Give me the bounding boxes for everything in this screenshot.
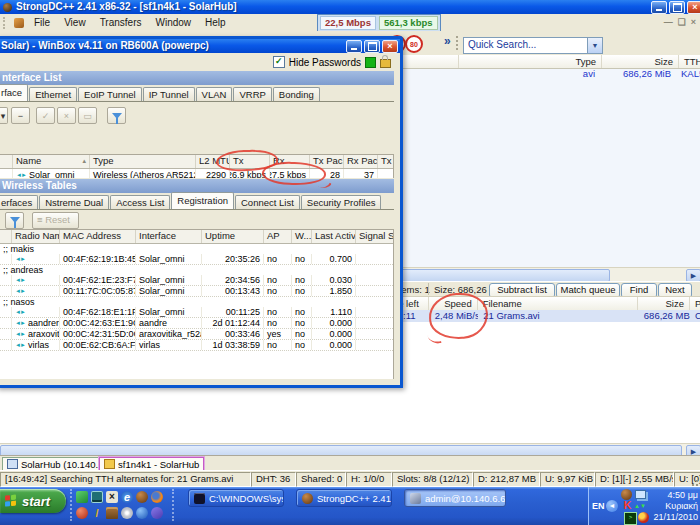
- speed-limit-80-icon[interactable]: 80: [405, 35, 423, 53]
- upload-speed-badge[interactable]: 561,3 kbps: [379, 16, 438, 30]
- search-grip[interactable]: [456, 36, 462, 50]
- tab-nstreme-dual[interactable]: Nstreme Dual: [39, 195, 109, 209]
- tab-access-list[interactable]: Access List: [110, 195, 170, 209]
- group-row-makis[interactable]: ;; makis: [0, 244, 393, 254]
- table-row[interactable]: ◄►virlas00:0E:62:CB:6A:F6virlas1d 03:38:…: [0, 340, 393, 351]
- minimize-button[interactable]: [651, 1, 667, 14]
- table-row[interactable]: ◄►Solar_omniWireless (Atheros AR5212)229…: [0, 169, 393, 178]
- quick-search-input[interactable]: Quick Search...: [464, 38, 587, 53]
- traffic-arrows-tray-icon[interactable]: ▲▼: [634, 501, 645, 512]
- comment-button[interactable]: ▭: [78, 107, 97, 124]
- tab-erfaces[interactable]: erfaces: [0, 195, 38, 209]
- close-button[interactable]: ×: [687, 1, 700, 14]
- tab-vlan[interactable]: VLAN: [196, 87, 233, 101]
- mdi-minimize-icon[interactable]: —: [664, 17, 673, 27]
- col-radio-name[interactable]: Radio Name▴: [12, 230, 60, 243]
- chevron-down-icon[interactable]: ▼: [587, 38, 602, 53]
- col-tx-pac[interactable]: Tx Pac...: [310, 155, 344, 168]
- tab-connect-list[interactable]: Connect List: [235, 195, 300, 209]
- reset-button[interactable]: ≡ Reset: [32, 212, 79, 229]
- col-name[interactable]: Name▴: [13, 155, 90, 168]
- col-interface[interactable]: Interface: [136, 230, 202, 243]
- col-uptime[interactable]: Uptime: [202, 230, 264, 243]
- col-rx-pac[interactable]: Rx Pac...: [344, 155, 378, 168]
- menu-transfers[interactable]: Transfers: [93, 16, 149, 29]
- hub-window-icon[interactable]: [14, 18, 24, 28]
- table-row[interactable]: ◄►00:4F:62:19:1B:45Solar_omni20:35:26non…: [0, 254, 393, 265]
- transfers-col-filename[interactable]: Filename: [478, 297, 638, 310]
- hub-tab-solarhub-ip[interactable]: SolarHub (10.140...: [2, 457, 108, 471]
- console-tray-icon[interactable]: >: [624, 512, 637, 525]
- col-signal-st[interactable]: Signal St: [356, 230, 393, 243]
- tab-eoip-tunnel[interactable]: EoIP Tunnel: [78, 87, 142, 101]
- col-last-activit[interactable]: Last Activit...: [312, 230, 356, 243]
- resize-grip[interactable]: [689, 477, 699, 487]
- tab-security-profiles[interactable]: Security Profiles: [301, 195, 382, 209]
- transfers-col-size[interactable]: Size: [638, 297, 690, 310]
- start-button[interactable]: start: [0, 489, 66, 513]
- messenger-icon[interactable]: [151, 507, 163, 519]
- interface-list-title[interactable]: nterface List: [0, 71, 394, 85]
- dcpp-alt-icon[interactable]: [76, 507, 88, 519]
- tray-collapse-icon[interactable]: ◄: [606, 500, 618, 512]
- menu-window[interactable]: Window: [149, 16, 199, 29]
- hub-tab-solarhub-active[interactable]: sf1n4k1 - SolarHub: [99, 457, 204, 471]
- filter-button[interactable]: [5, 212, 24, 229]
- col-l2-mtu[interactable]: L2 MTU: [196, 155, 230, 168]
- col-type[interactable]: Type: [90, 155, 196, 168]
- task-button-admin-10-140-6-65[interactable]: admin@10.140.6.65 ...: [404, 489, 506, 507]
- task-button-c-windows-syste[interactable]: C:\WINDOWS\syste...: [188, 489, 284, 507]
- table-row[interactable]: ◄►00:11:7C:0C:05:87Solar_omni00:13:43non…: [0, 286, 393, 297]
- toolbar-grip[interactable]: [3, 17, 8, 29]
- paint-pen-icon[interactable]: /: [91, 507, 103, 519]
- winbox-maximize-button[interactable]: [364, 40, 380, 53]
- tab-registration[interactable]: Registration: [171, 192, 234, 209]
- remove-button[interactable]: −: [11, 107, 30, 124]
- download-speed-badge[interactable]: 22,5 Mbps: [320, 16, 376, 30]
- results-col-tth[interactable]: TTH Root: [679, 55, 700, 68]
- dcpp-icon[interactable]: [136, 491, 148, 503]
- skype-icon[interactable]: [136, 507, 148, 519]
- update-tray-icon[interactable]: [638, 512, 649, 523]
- col-w[interactable]: W...: [292, 230, 312, 243]
- shutdown-icon[interactable]: ×: [106, 491, 118, 503]
- toolbar-overflow-chevron[interactable]: »: [444, 34, 451, 48]
- wireless-tables-title[interactable]: Wireless Tables: [0, 179, 394, 193]
- col-edge[interactable]: [0, 230, 12, 243]
- group-row-nasos[interactable]: ;; nasos: [0, 297, 393, 307]
- transfers-col-speed[interactable]: Speed: [429, 297, 478, 310]
- firefox-icon[interactable]: [151, 491, 163, 503]
- enable-button[interactable]: ✓: [36, 107, 55, 124]
- winbox-close-button[interactable]: ×: [382, 40, 398, 53]
- antivirus-tray-icon[interactable]: K: [622, 500, 633, 511]
- add-dropdown-button[interactable]: ▾: [0, 107, 8, 124]
- cd-disc-icon[interactable]: [121, 507, 133, 519]
- restore-button[interactable]: [669, 1, 685, 14]
- tab-bonding[interactable]: Bonding: [273, 87, 320, 101]
- menu-help[interactable]: Help: [198, 16, 233, 29]
- col-tx[interactable]: Tx: [378, 155, 393, 168]
- quick-search-combo[interactable]: Quick Search... ▼: [463, 37, 603, 54]
- col-mac-address[interactable]: MAC Address: [60, 230, 136, 243]
- winbox-titlebar[interactable]: Solar) - WinBox v4.11 on RB600A (powerpc…: [0, 39, 400, 53]
- lan-connection-tray-icon[interactable]: [635, 490, 646, 499]
- briefcase-icon[interactable]: [106, 507, 118, 519]
- menu-view[interactable]: View: [57, 16, 93, 29]
- winbox-minimize-button[interactable]: [346, 40, 362, 53]
- hide-passwords-checkbox[interactable]: ✓: [273, 56, 285, 68]
- media-player-icon[interactable]: [76, 491, 88, 503]
- table-row[interactable]: ◄►aandrenet00:0C:42:63:E1:9Caandre2d 01:…: [0, 318, 393, 329]
- tab-ethernet[interactable]: Ethernet: [29, 87, 77, 101]
- col-ap[interactable]: AP: [264, 230, 292, 243]
- results-col-type[interactable]: Type: [459, 55, 602, 68]
- language-indicator[interactable]: EN: [592, 501, 605, 511]
- remote-desktop-icon[interactable]: [91, 491, 103, 503]
- menu-file[interactable]: File: [27, 16, 57, 29]
- table-row[interactable]: ◄►araxovitika00:0C:42:31:5D:0Caraxovitik…: [0, 329, 393, 340]
- internet-explorer-icon[interactable]: e: [121, 491, 133, 503]
- col-edge[interactable]: [0, 155, 13, 168]
- filter-button[interactable]: [107, 107, 126, 124]
- group-row-andreas[interactable]: ;; andreas: [0, 265, 393, 275]
- disable-button[interactable]: ×: [57, 107, 76, 124]
- task-button-strongdc-2-41-x8[interactable]: StrongDC++ 2.41 x8...: [296, 489, 392, 507]
